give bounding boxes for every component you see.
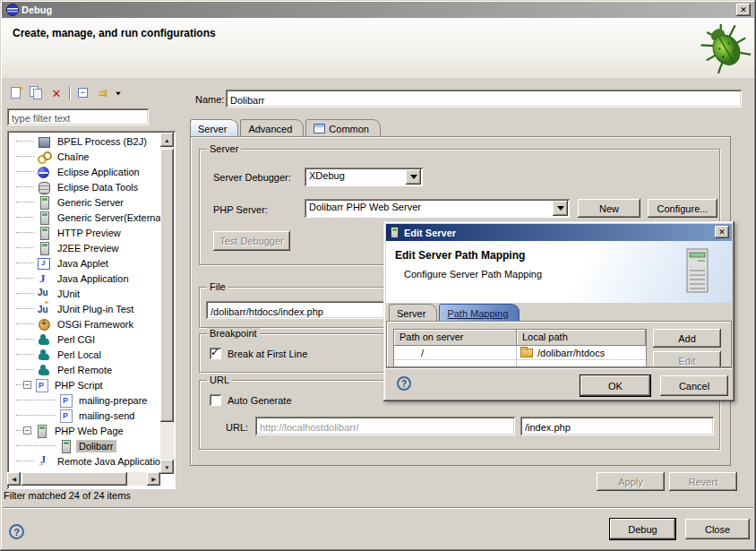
edit-server-tabs: ServerPath Mapping bbox=[389, 304, 521, 322]
tree-item-generic-server-external-la[interactable]: Generic Server(External La bbox=[9, 210, 161, 225]
edit-server-heading: Edit Server Path Mapping bbox=[395, 249, 525, 262]
ok-button[interactable]: OK bbox=[580, 375, 650, 396]
help-icon[interactable]: ? bbox=[9, 524, 24, 539]
debug-dialog-window: Debug ✕ Create, manage, and run configur… bbox=[0, 0, 756, 551]
tree-item-cha-ne[interactable]: Chaîne bbox=[9, 149, 161, 164]
tree-item-perl-remote[interactable]: Perl Remote bbox=[9, 362, 161, 377]
server-icon bbox=[37, 226, 51, 240]
hscroll-thumb[interactable] bbox=[21, 472, 127, 486]
banner: Create, manage, and run configurations bbox=[2, 18, 754, 78]
mapping-row[interactable]: //dolibarr/htdocs bbox=[394, 346, 646, 360]
osgi-icon bbox=[37, 317, 51, 331]
collapse-toggle-icon[interactable]: − bbox=[23, 426, 31, 435]
tree-item-junit[interactable]: JUnit bbox=[9, 286, 161, 301]
scroll-left-icon[interactable]: ◀ bbox=[7, 472, 21, 486]
add-mapping-button[interactable]: Add bbox=[653, 329, 721, 348]
tab-label: Advanced bbox=[248, 124, 292, 134]
server-group-title: Server bbox=[207, 143, 241, 154]
tab-server[interactable]: Server bbox=[190, 119, 238, 137]
delete-configuration-icon[interactable]: ✕ bbox=[47, 84, 66, 102]
edit-server-subheading: Configure Server Path Mapping bbox=[404, 269, 542, 280]
name-label: Name: bbox=[195, 94, 224, 105]
tree-item-generic-server[interactable]: Generic Server bbox=[9, 194, 161, 210]
tree-connector bbox=[16, 461, 34, 461]
php-server-label: PHP Server: bbox=[213, 204, 268, 215]
path-on-server-cell: / bbox=[394, 348, 517, 358]
tab-label: Server bbox=[397, 308, 425, 319]
database-icon bbox=[37, 180, 51, 194]
dialog-help-icon[interactable]: ? bbox=[397, 376, 411, 391]
column-header-path-on-server[interactable]: Path on server bbox=[394, 330, 517, 346]
collapse-all-icon[interactable]: − bbox=[73, 84, 93, 102]
perl-icon bbox=[37, 363, 51, 377]
tree-item-bpel-process-b2j[interactable]: BPEL Process (B2J) bbox=[9, 133, 161, 149]
sidebar: ✦ ✕ − ⇉ BPEL Process (B2J)Chaîne bbox=[0, 79, 183, 504]
tree-connector bbox=[16, 293, 34, 294]
edit-server-close-button[interactable]: ✕ bbox=[715, 226, 729, 238]
tree-item-label: Chaîne bbox=[55, 151, 91, 163]
tab-label: Path Mapping bbox=[447, 308, 508, 319]
url-file-input[interactable] bbox=[520, 417, 714, 435]
local-path-cell: /dolibarr/htdocs bbox=[537, 348, 605, 358]
tree-item-mailing-send[interactable]: mailing-send bbox=[9, 408, 161, 423]
server-icon bbox=[58, 439, 73, 453]
tree-item-java-applet[interactable]: Java Applet bbox=[9, 255, 161, 271]
toolbar-separator bbox=[69, 86, 71, 100]
break-first-line-checkbox[interactable] bbox=[210, 348, 221, 359]
junit-plugin-icon bbox=[37, 302, 51, 316]
new-configuration-icon[interactable]: ✦ bbox=[7, 84, 27, 102]
scroll-right-icon[interactable]: ▶ bbox=[147, 472, 160, 486]
tab-advanced[interactable]: Advanced bbox=[240, 119, 304, 137]
tab-common[interactable]: Common bbox=[305, 119, 381, 137]
auto-generate-checkbox[interactable] bbox=[210, 394, 221, 406]
column-header-local-path[interactable]: Local path bbox=[517, 330, 646, 346]
tree-item-j2ee-preview[interactable]: J2EE Preview bbox=[9, 240, 161, 255]
cancel-button[interactable]: Cancel bbox=[660, 375, 728, 396]
debug-button[interactable]: Debug bbox=[610, 519, 675, 539]
tab-path-mapping[interactable]: Path Mapping bbox=[439, 304, 520, 322]
window-close-button[interactable]: ✕ bbox=[736, 4, 751, 16]
name-input[interactable] bbox=[226, 90, 742, 108]
collapse-toggle-icon[interactable]: − bbox=[23, 381, 31, 389]
server-icon-stripe bbox=[392, 228, 397, 231]
tree-item-junit-plug-in-test[interactable]: JUnit Plug-in Test bbox=[9, 301, 161, 316]
tree-connector bbox=[16, 369, 34, 370]
php-server-combo[interactable]: Dolibarr PHP Web Server bbox=[305, 199, 570, 218]
combo-arrow-icon[interactable] bbox=[553, 201, 568, 216]
tree-item-dolibarr[interactable]: Dolibarr bbox=[9, 438, 161, 453]
vscroll-thumb[interactable] bbox=[160, 149, 174, 422]
scroll-up-icon[interactable]: ▲ bbox=[160, 133, 174, 147]
tree-item-eclipse-data-tools[interactable]: Eclipse Data Tools bbox=[9, 179, 161, 194]
tree-item-remote-java-application[interactable]: Remote Java Application bbox=[9, 453, 161, 469]
apply-button: Apply bbox=[597, 472, 665, 491]
server-debugger-combo[interactable]: XDebug bbox=[305, 168, 423, 186]
path-mapping-pane: Path on serverLocal path //dolibarr/htdo… bbox=[386, 321, 732, 367]
tree-item-perl-cgi[interactable]: Perl CGI bbox=[9, 331, 161, 347]
tree-hscrollbar[interactable]: ◀ ▶ bbox=[7, 472, 160, 486]
tree-item-mailing-prepare[interactable]: mailing-prepare bbox=[9, 392, 161, 408]
edit-mapping-button: Edit bbox=[653, 351, 721, 367]
tab-label: Common bbox=[329, 124, 369, 134]
scroll-down-icon[interactable]: ▼ bbox=[160, 460, 174, 474]
close-button[interactable]: Close bbox=[685, 519, 750, 539]
tree-item-java-application[interactable]: Java Application bbox=[9, 271, 161, 286]
tree-item-eclipse-application[interactable]: Eclipse Application bbox=[9, 164, 161, 179]
tree-item-perl-local[interactable]: Perl Local bbox=[9, 347, 161, 362]
tree-item-php-script[interactable]: −PHP Script bbox=[9, 377, 161, 392]
tree-item-http-preview[interactable]: HTTP Preview bbox=[9, 225, 161, 240]
tree-vscrollbar[interactable]: ▲ ▼ bbox=[160, 133, 174, 474]
tab-server[interactable]: Server bbox=[389, 304, 437, 322]
new-server-button[interactable]: New bbox=[578, 199, 640, 218]
tree-item-php-web-page[interactable]: −PHP Web Page bbox=[9, 423, 161, 438]
tree-item-label: JUnit bbox=[55, 288, 82, 300]
toolbar-menu-arrow-icon[interactable] bbox=[113, 84, 124, 102]
filter-input[interactable] bbox=[7, 108, 149, 125]
edit-server-titlebar: Edit Server ✕ bbox=[386, 224, 732, 241]
filter-configurations-icon[interactable]: ⇉ bbox=[93, 84, 113, 102]
configure-button[interactable]: Configure... bbox=[648, 199, 717, 218]
php-icon bbox=[58, 393, 73, 408]
tree-item-osgi-framework[interactable]: OSGi Framework bbox=[9, 316, 161, 331]
tree-item-label: HTTP Preview bbox=[55, 227, 124, 239]
combo-arrow-icon[interactable] bbox=[406, 169, 421, 185]
duplicate-configuration-icon[interactable] bbox=[27, 84, 47, 102]
